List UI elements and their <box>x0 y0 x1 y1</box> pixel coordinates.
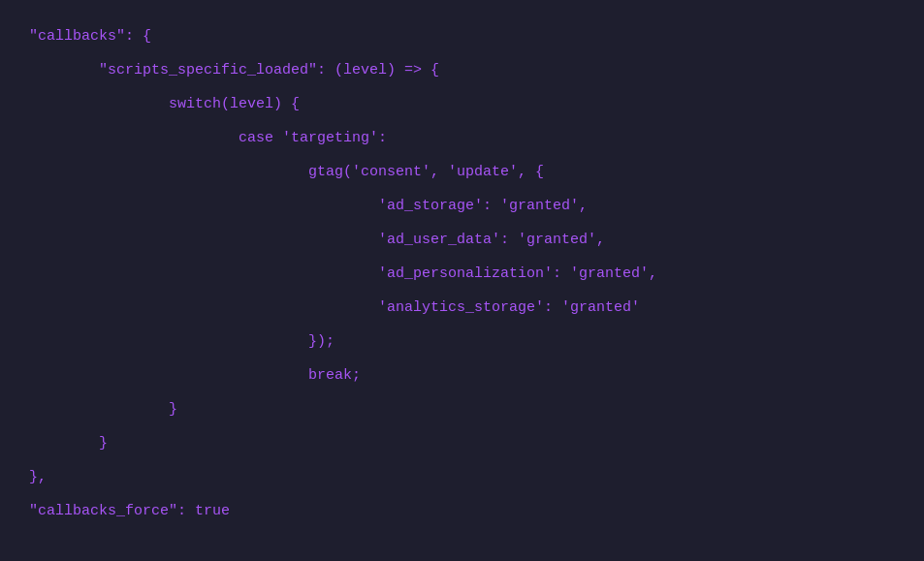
code-line: gtag('consent', 'update', { <box>29 155 895 189</box>
code-line: case 'targeting': <box>29 121 895 155</box>
code-line: 'ad_personalization': 'granted', <box>29 257 895 291</box>
code-editor: "callbacks": { "scripts_specific_loaded"… <box>0 0 924 561</box>
code-line: 'ad_storage': 'granted', <box>29 189 895 223</box>
code-line: switch(level) { <box>29 87 895 121</box>
code-line: "callbacks_force": true <box>29 494 895 528</box>
code-line: 'ad_user_data': 'granted', <box>29 223 895 257</box>
code-line: "scripts_specific_loaded": (level) => { <box>29 53 895 87</box>
code-line: "callbacks": { <box>29 19 895 53</box>
code-line: } <box>29 392 895 426</box>
code-line: }, <box>29 460 895 494</box>
code-line: break; <box>29 358 895 392</box>
code-line: }); <box>29 325 895 358</box>
code-line: } <box>29 426 895 460</box>
code-line: 'analytics_storage': 'granted' <box>29 291 895 325</box>
